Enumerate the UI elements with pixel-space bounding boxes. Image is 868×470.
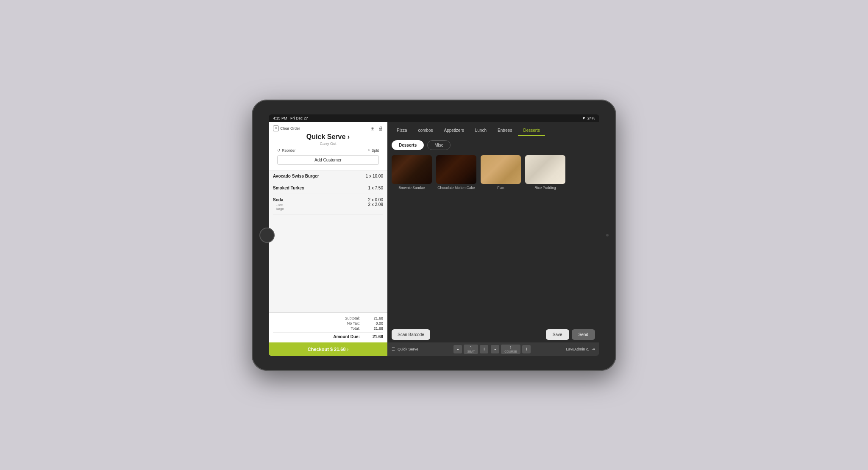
no-tax-value: 0.00 xyxy=(368,321,383,325)
order-title: Quick Serve › xyxy=(273,133,383,141)
item-price: 2 x 0.00 xyxy=(368,197,383,202)
pudding-label: Rice Pudding xyxy=(525,186,565,190)
seat-counter: - 1 SEAT + xyxy=(453,345,488,354)
bottom-location: ☰ Quick Serve xyxy=(392,347,418,351)
save-button[interactable]: Save xyxy=(546,329,569,340)
wifi-icon: ▼ xyxy=(582,116,586,120)
logout-icon[interactable]: ⇥ xyxy=(592,347,595,351)
reorder-icon: ↺ xyxy=(277,148,281,153)
bottom-user: LavuAdmin c. ⇥ xyxy=(566,347,595,351)
menu-sub-tabs: Desserts Misc xyxy=(387,136,599,153)
item-name: Avocado Swiss Burger xyxy=(273,174,319,178)
bottom-bar: ☰ Quick Serve - 1 SEAT xyxy=(387,342,599,356)
seat-plus-button[interactable]: + xyxy=(480,345,488,353)
bottom-counters: - 1 SEAT + - xyxy=(453,345,531,354)
item-price: 1 x 7.50 xyxy=(368,186,383,190)
tablet-device: 4:15 PM Fri Dec 27 ▼ 24% ✕ Clear Order xyxy=(252,100,616,371)
chocolate-image xyxy=(436,155,476,184)
course-value: 1 xyxy=(504,345,517,350)
item-modifier-large: large xyxy=(273,207,383,211)
course-display: 1 COURSE xyxy=(501,345,520,354)
order-item[interactable]: Soda 2 x 0.00 - ice 2 x 2.09 large xyxy=(273,194,383,214)
brownie-label: Brownie Sundae xyxy=(392,186,432,190)
item-modifier: - ice xyxy=(273,203,283,207)
menu-icon[interactable]: ☰ xyxy=(392,347,395,351)
tab-lunch[interactable]: Lunch xyxy=(470,125,492,136)
tab-combos[interactable]: combos xyxy=(413,125,438,136)
seat-label: SEAT xyxy=(467,350,475,353)
menu-item-pudding[interactable]: Rice Pudding xyxy=(525,155,565,190)
camera-dot xyxy=(606,234,609,236)
clear-x-icon: ✕ xyxy=(273,125,279,131)
course-minus-button[interactable]: - xyxy=(491,345,499,353)
user-label: LavuAdmin c. xyxy=(566,347,589,351)
status-right: ▼ 24% xyxy=(582,116,595,120)
battery-level: 24% xyxy=(587,116,595,120)
main-content: ✕ Clear Order ⊞ 🖨 Quick Serve › Carry Ou… xyxy=(269,122,599,356)
item-modifier-price: 2 x 2.09 xyxy=(368,202,383,207)
send-button[interactable]: Send xyxy=(572,329,595,340)
menu-main: Pizza combos Appetizers Lunch Entrees xyxy=(387,122,599,327)
no-tax-label: No Tax: xyxy=(347,321,360,325)
pudding-image xyxy=(525,155,565,184)
menu-items-grid: Brownie Sundae Chocolate Molten Cake Fla… xyxy=(387,153,599,193)
action-bar: Scan Barcode Save Send xyxy=(387,327,599,342)
reorder-button[interactable]: ↺ Reorder xyxy=(277,148,296,153)
total-value: 21.68 xyxy=(368,326,383,331)
tab-entrees[interactable]: Entrees xyxy=(492,125,517,136)
course-label: COURSE xyxy=(504,350,517,353)
item-price: 1 x 10.00 xyxy=(366,174,383,178)
order-actions: ↺ Reorder ⑂ Split xyxy=(273,148,383,153)
table-icon[interactable]: ⊞ xyxy=(370,125,375,131)
flan-label: Flan xyxy=(481,186,521,190)
print-icon[interactable]: 🖨 xyxy=(378,125,383,131)
tablet-screen: 4:15 PM Fri Dec 27 ▼ 24% ✕ Clear Order xyxy=(269,114,599,356)
status-bar: 4:15 PM Fri Dec 27 ▼ 24% xyxy=(269,114,599,122)
status-time: 4:15 PM Fri Dec 27 xyxy=(273,116,308,120)
order-item[interactable]: Avocado Swiss Burger 1 x 10.00 xyxy=(273,170,383,182)
course-counter: - 1 COURSE + xyxy=(491,345,531,354)
scan-barcode-button[interactable]: Scan Barcode xyxy=(392,329,430,340)
menu-item-flan[interactable]: Flan xyxy=(481,155,521,190)
sub-tab-desserts[interactable]: Desserts xyxy=(392,140,424,150)
flan-image xyxy=(481,155,521,184)
amount-due-label: Amount Due: xyxy=(333,334,360,339)
order-header: ✕ Clear Order ⊞ 🖨 Quick Serve › Carry Ou… xyxy=(269,122,387,170)
menu-item-brownie[interactable]: Brownie Sundae xyxy=(392,155,432,190)
subtotal-value: 21.68 xyxy=(368,316,383,320)
tab-pizza[interactable]: Pizza xyxy=(392,125,412,136)
order-items-list: Avocado Swiss Burger 1 x 10.00 Smoked Tu… xyxy=(269,170,387,312)
order-panel: ✕ Clear Order ⊞ 🖨 Quick Serve › Carry Ou… xyxy=(269,122,387,356)
item-name: Smoked Turkey xyxy=(273,186,304,190)
menu-item-chocolate[interactable]: Chocolate Molten Cake xyxy=(436,155,476,190)
seat-display: 1 SEAT xyxy=(464,345,478,354)
order-subtitle: Carry Out xyxy=(273,142,383,146)
brownie-image xyxy=(392,155,432,184)
clear-order-button[interactable]: ✕ Clear Order xyxy=(273,125,300,131)
sub-tab-misc[interactable]: Misc xyxy=(427,140,451,150)
order-item[interactable]: Smoked Turkey 1 x 7.50 xyxy=(273,182,383,194)
order-totals: Subtotal: 21.68 No Tax: 0.00 Total: 21.6… xyxy=(269,312,387,342)
item-name: Soda xyxy=(273,197,283,202)
split-button[interactable]: ⑂ Split xyxy=(368,148,379,153)
seat-minus-button[interactable]: - xyxy=(453,345,462,353)
tab-appetizers[interactable]: Appetizers xyxy=(439,125,469,136)
seat-value: 1 xyxy=(467,345,475,350)
right-action-buttons: Save Send xyxy=(546,329,595,340)
total-label: Total: xyxy=(351,326,360,331)
menu-category-tabs: Pizza combos Appetizers Lunch Entrees xyxy=(387,122,599,136)
course-plus-button[interactable]: + xyxy=(522,345,531,353)
checkout-button[interactable]: Checkout $ 21.68 › xyxy=(269,342,387,356)
home-button[interactable] xyxy=(259,228,275,243)
location-label: Quick Serve xyxy=(398,347,418,351)
add-customer-button[interactable]: Add Customer xyxy=(277,155,379,165)
subtotal-label: Subtotal: xyxy=(345,316,360,320)
chocolate-label: Chocolate Molten Cake xyxy=(436,186,476,190)
menu-panel: Pizza combos Appetizers Lunch Entrees xyxy=(387,122,599,356)
split-icon: ⑂ xyxy=(368,148,370,153)
header-icons: ⊞ 🖨 xyxy=(370,125,383,131)
tab-desserts[interactable]: Desserts xyxy=(518,125,545,136)
amount-due-value: 21.68 xyxy=(368,334,383,339)
